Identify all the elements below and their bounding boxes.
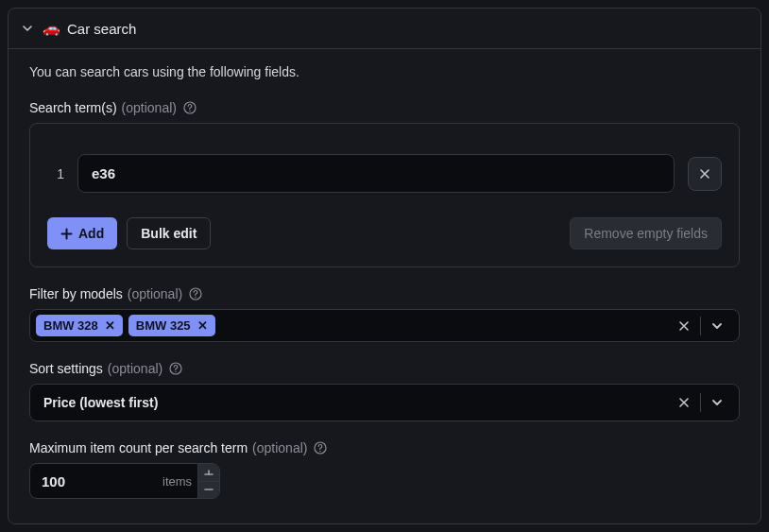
svg-point-3: [195, 297, 196, 298]
add-term-button[interactable]: Add: [47, 217, 117, 249]
models-optional: (optional): [128, 286, 182, 301]
panel-description: You can search cars using the following …: [29, 64, 740, 79]
models-label: Filter by models (optional): [29, 286, 740, 301]
models-select[interactable]: BMW 328 ✕ BMW 325 ✕: [29, 309, 740, 342]
car-icon: 🚗: [43, 20, 60, 37]
max-items-optional: (optional): [252, 440, 307, 455]
search-terms-box: 1 Add Bulk edit: [29, 123, 740, 267]
chip-remove-icon[interactable]: ✕: [197, 318, 208, 333]
remove-empty-button: Remove empty fields: [570, 217, 722, 249]
sort-value: Price (lowest first): [43, 395, 668, 410]
help-icon[interactable]: [189, 287, 202, 300]
max-items-input[interactable]: [30, 466, 162, 497]
max-items-label: Maximum item count per search term (opti…: [29, 440, 740, 455]
max-items-input-wrap: items: [29, 463, 220, 499]
bulk-edit-button[interactable]: Bulk edit: [127, 217, 211, 249]
sort-label-text: Sort settings: [29, 361, 103, 376]
search-terms-field: Search term(s) (optional) 1: [29, 100, 740, 267]
sort-optional: (optional): [108, 361, 162, 376]
stepper-up-button[interactable]: [198, 464, 219, 482]
stepper-down-button[interactable]: [198, 482, 219, 499]
sort-field: Sort settings (optional) Price (lowest f…: [29, 361, 740, 421]
chip-label: BMW 325: [136, 318, 191, 333]
sort-label: Sort settings (optional): [29, 361, 740, 376]
models-field: Filter by models (optional) BMW 328 ✕ BM…: [29, 286, 740, 342]
panel-title: 🚗 Car search: [43, 20, 136, 37]
max-items-suffix: items: [162, 474, 197, 489]
chevron-down-icon[interactable]: [701, 316, 733, 336]
car-search-panel: 🚗 Car search You can search cars using t…: [8, 8, 761, 524]
search-term-input[interactable]: [77, 154, 675, 193]
panel-title-text: Car search: [67, 21, 136, 37]
max-items-label-text: Maximum item count per search term: [29, 440, 248, 455]
chevron-down-icon: [22, 23, 33, 34]
models-label-text: Filter by models: [29, 286, 123, 301]
term-actions: Add Bulk edit Remove empty fields: [47, 217, 722, 249]
stepper: [197, 464, 219, 498]
svg-point-1: [189, 111, 190, 112]
term-actions-left: Add Bulk edit: [47, 217, 211, 249]
panel-header[interactable]: 🚗 Car search: [9, 9, 760, 49]
chevron-down-icon[interactable]: [701, 392, 733, 413]
model-chip: BMW 325 ✕: [128, 315, 215, 336]
help-icon[interactable]: [314, 441, 327, 455]
chip-label: BMW 328: [43, 318, 98, 333]
select-controls: [668, 316, 733, 336]
plus-icon: [60, 228, 73, 240]
clear-icon[interactable]: [668, 316, 700, 336]
add-term-label: Add: [78, 226, 104, 241]
help-icon[interactable]: [183, 101, 197, 114]
search-terms-optional: (optional): [122, 100, 177, 115]
chip-remove-icon[interactable]: ✕: [105, 318, 115, 333]
help-icon[interactable]: [169, 362, 182, 375]
svg-point-7: [320, 451, 321, 452]
clear-icon[interactable]: [668, 392, 700, 413]
svg-point-5: [176, 371, 177, 372]
search-terms-label: Search term(s) (optional): [29, 100, 740, 115]
remove-term-button[interactable]: [688, 157, 722, 191]
sort-select[interactable]: Price (lowest first): [29, 384, 740, 421]
panel-body: You can search cars using the following …: [9, 49, 760, 514]
search-terms-label-text: Search term(s): [29, 100, 117, 115]
term-row: 1: [47, 141, 722, 210]
max-items-field: Maximum item count per search term (opti…: [29, 440, 740, 499]
select-controls: [668, 392, 733, 413]
model-chip: BMW 328 ✕: [36, 315, 123, 336]
term-index: 1: [47, 166, 64, 181]
chips-container: BMW 328 ✕ BMW 325 ✕: [36, 315, 662, 336]
